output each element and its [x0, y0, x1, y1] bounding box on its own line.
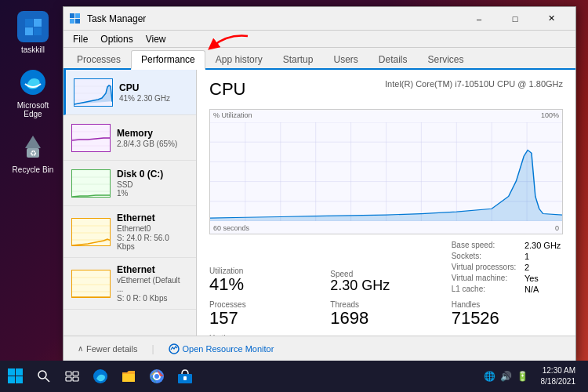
tab-details[interactable]: Details: [368, 50, 418, 68]
right-info-block: Base speed: 2.30 GHz Sockets: 1 Virtual …: [452, 241, 563, 294]
svg-rect-2: [25, 27, 33, 35]
taskbar-store-icon[interactable]: [172, 364, 198, 389]
svg-rect-10: [75, 19, 80, 24]
sidebar-item-ethernet2[interactable]: Ethernet vEthernet (Default ... S: 0 R: …: [64, 258, 196, 310]
task-manager-window: Task Manager – □ ✕ File Options View Pro…: [63, 6, 576, 361]
cpu-name: CPU: [119, 82, 188, 93]
ethernet2-sub2: S: 0 R: 0 Kbps: [117, 294, 188, 303]
minimize-button[interactable]: –: [461, 7, 497, 31]
cpu-header: CPU Intel(R) Core(TM) i7-10510U CPU @ 1.…: [209, 79, 563, 100]
svg-rect-19: [72, 170, 111, 198]
ethernet1-info: Ethernet Ethernet0 S: 24.0 R: 56.0 Kbps: [117, 212, 188, 251]
footer-divider: |: [151, 343, 154, 354]
svg-rect-55: [73, 372, 78, 376]
svg-rect-7: [70, 13, 74, 18]
cpu-sub: 41% 2.30 GHz: [119, 94, 188, 103]
speed-value: 2.30 GHz: [330, 278, 441, 294]
vproc-value: 2: [524, 263, 563, 272]
speed-block: Speed 2.30 GHz: [330, 270, 441, 294]
taskbar-clock[interactable]: 12:30 AM 8/18/2021: [535, 365, 583, 387]
cpu-detail-panel: CPU Intel(R) Core(TM) i7-10510U CPU @ 1.…: [197, 70, 575, 336]
sidebar-item-cpu[interactable]: CPU 41% 2.30 GHz: [64, 70, 196, 115]
menu-bar: File Options View: [64, 31, 575, 48]
svg-rect-48: [8, 368, 15, 376]
memory-info: Memory 2.8/4.3 GB (65%): [117, 128, 188, 148]
svg-rect-56: [66, 377, 71, 381]
sidebar-item-ethernet1[interactable]: Ethernet Ethernet0 S: 24.0 R: 56.0 Kbps: [64, 206, 196, 258]
svg-rect-50: [8, 376, 15, 383]
taskbar-chrome-icon[interactable]: [144, 364, 169, 389]
tab-startup[interactable]: Startup: [273, 50, 324, 68]
tab-app-history[interactable]: App history: [205, 50, 273, 68]
svg-rect-0: [25, 19, 33, 27]
cpu-model: Intel(R) Core(TM) i7-10510U CPU @ 1.80GH…: [385, 79, 563, 89]
maximize-button[interactable]: □: [497, 7, 533, 31]
svg-point-62: [154, 374, 159, 379]
cpu-title: CPU: [209, 79, 245, 100]
svg-rect-49: [16, 368, 23, 376]
search-taskbar-button[interactable]: [31, 364, 56, 389]
utilization-value: 41%: [209, 275, 321, 294]
sidebar-item-disk[interactable]: Disk 0 (C:) SSD 1%: [64, 161, 196, 206]
window-title: Task Manager: [87, 13, 461, 24]
ethernet2-sub1: vEthernet (Default ...: [117, 276, 188, 293]
volume-icon[interactable]: 🔊: [500, 371, 512, 382]
disk-info: Disk 0 (C:) SSD 1%: [117, 169, 188, 198]
sockets-label: Sockets:: [452, 252, 518, 261]
window-controls: – □ ✕: [461, 7, 569, 31]
utilization-block: Utilization 41%: [209, 267, 321, 294]
sidebar-item-memory[interactable]: Memory 2.8/4.3 GB (65%): [64, 115, 196, 161]
desktop-icon-recycle-label: Recycle Bin: [13, 165, 54, 174]
taskbar-left: [0, 364, 481, 389]
threads-block: Threads 1698: [330, 300, 441, 328]
ethernet1-sub2: S: 24.0 R: 56.0 Kbps: [117, 234, 188, 251]
fewer-details-button[interactable]: ∧ Fewer details: [73, 343, 142, 355]
svg-rect-59: [122, 374, 135, 382]
base-speed-value: 2.30 GHz: [524, 241, 563, 250]
cpu-thumbnail: [74, 78, 113, 107]
disk-name: Disk 0 (C:): [117, 169, 188, 180]
resource-monitor-icon: [169, 343, 180, 354]
start-button[interactable]: [3, 364, 28, 389]
sockets-value: 1: [524, 252, 563, 261]
cpu-graph: % Utilization 100% 60 seconds 0: [209, 109, 563, 234]
tab-bar: Processes Performance App history Startu…: [64, 48, 575, 70]
desktop-icon-edge[interactable]: Microsoft Edge: [8, 64, 58, 122]
svg-rect-27: [72, 270, 111, 298]
close-button[interactable]: ✕: [533, 7, 569, 31]
svg-rect-3: [34, 27, 42, 35]
task-view-button[interactable]: [60, 364, 85, 389]
tab-performance[interactable]: Performance: [131, 50, 205, 70]
desktop-icon-list: taskkill Microsoft Edge ♻ Recycle Bin: [8, 8, 58, 177]
network-icon[interactable]: 🌐: [484, 371, 495, 382]
taskbar-edge-icon[interactable]: [88, 364, 113, 389]
svg-line-53: [45, 378, 49, 382]
open-resource-monitor-button[interactable]: Open Resource Monitor: [164, 341, 279, 355]
menu-view[interactable]: View: [140, 32, 172, 46]
tab-services[interactable]: Services: [418, 50, 474, 68]
svg-rect-57: [73, 377, 78, 381]
fewer-details-label: Fewer details: [86, 344, 137, 354]
desktop-icon-recycle[interactable]: ♻ Recycle Bin: [8, 128, 58, 177]
ethernet1-sub1: Ethernet0: [117, 224, 188, 233]
ethernet2-thumbnail: [71, 270, 111, 298]
menu-options[interactable]: Options: [94, 32, 139, 46]
desktop-icon-taskkill[interactable]: taskkill: [8, 8, 58, 57]
chevron-up-icon: ∧: [78, 344, 83, 353]
taskbar: 🌐 🔊 🔋 12:30 AM 8/18/2021: [0, 361, 588, 392]
open-resource-monitor-label: Open Resource Monitor: [183, 344, 274, 354]
processes-value: 157: [209, 309, 321, 328]
clock-date: 8/18/2021: [541, 376, 576, 387]
task-manager-footer: ∧ Fewer details | Open Resource Monitor: [64, 336, 575, 361]
svg-rect-23: [72, 219, 111, 246]
tab-processes[interactable]: Processes: [67, 50, 131, 68]
cpu-stats: Utilization 41% Speed 2.30 GHz Base spee…: [209, 241, 563, 336]
threads-value: 1698: [330, 309, 441, 328]
svg-point-52: [38, 371, 46, 379]
battery-icon[interactable]: 🔋: [517, 371, 528, 382]
menu-file[interactable]: File: [67, 32, 94, 46]
taskbar-files-icon[interactable]: [116, 364, 141, 389]
tab-users[interactable]: Users: [323, 50, 368, 68]
memory-sub: 2.8/4.3 GB (65%): [117, 140, 188, 148]
vm-label: Virtual machine:: [452, 274, 518, 283]
